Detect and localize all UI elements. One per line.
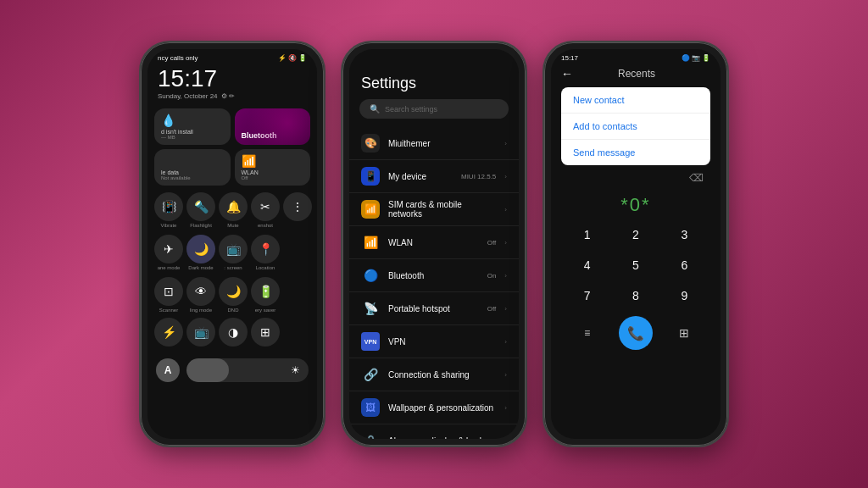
recents-title: Recents xyxy=(580,68,693,80)
grid-icon[interactable]: ⊞ xyxy=(662,326,707,340)
screen-icon: 📺 xyxy=(219,235,248,263)
wallpaper-icon: 🖼 xyxy=(361,398,380,417)
num-2-button[interactable]: 2 xyxy=(613,221,658,248)
call-button[interactable]: 📞 xyxy=(619,316,653,350)
phone-1-screen: ncy calls only ⚡ 🔇 🔋 15:17 Sunday, Octob… xyxy=(147,49,317,439)
p1-mobile-sub: Not available xyxy=(161,175,224,180)
send-message-item[interactable]: Send message xyxy=(561,140,710,165)
vpn-text: VPN xyxy=(388,337,496,347)
battery-icon: 🔋 xyxy=(251,277,280,306)
list-item[interactable]: 🔗 Connection & sharing › xyxy=(349,358,519,391)
wlan-icon: 📶 xyxy=(361,233,380,252)
miuithemer-icon: 🎨 xyxy=(361,134,380,152)
brightness-slider[interactable]: ☀ xyxy=(186,358,309,382)
device-icon: 📱 xyxy=(361,167,380,186)
p1-date: Sunday, October 24 ⚙ ✏ xyxy=(147,92,317,105)
search-placeholder: Search settings xyxy=(385,105,437,114)
num-7-button[interactable]: 7 xyxy=(565,282,609,309)
num-5-button[interactable]: 5 xyxy=(613,252,658,279)
num-4-button[interactable]: 4 xyxy=(565,252,609,279)
darkmode-icon: 🌙 xyxy=(186,235,215,263)
back-button[interactable]: ← xyxy=(561,67,573,80)
p1-bluetooth-tile[interactable]: Bluetooth xyxy=(235,108,311,145)
p1-battery-btn[interactable]: 🔋 ery saver xyxy=(251,277,280,313)
add-to-contacts-item[interactable]: Add to contacts xyxy=(561,114,710,140)
p1-more-btn[interactable]: ⋮ xyxy=(283,192,312,228)
chevron-right-icon: › xyxy=(504,206,507,214)
p1-flashlight-btn[interactable]: 🔦 Flashlight xyxy=(186,192,215,228)
list-item[interactable]: 🎨 Miuithemer › xyxy=(349,127,519,160)
p1-airplane-btn[interactable]: ✈ ane mode xyxy=(154,235,183,270)
num-8-button[interactable]: 8 xyxy=(613,282,658,309)
vpn-icon: VPN xyxy=(361,332,380,351)
p1-vibrate-btn[interactable]: 📳 Vibrate xyxy=(154,192,183,228)
avatar[interactable]: A xyxy=(156,358,180,382)
num-1-button[interactable]: 1 xyxy=(565,221,609,248)
bluetooth-text: Bluetooth xyxy=(388,271,479,280)
p1-mute-btn[interactable]: 🔔 Mute xyxy=(219,192,248,228)
p1-reading-btn[interactable]: 👁 ling mode xyxy=(186,277,215,313)
list-item[interactable]: 📱 My device MIUI 12.5.5 › xyxy=(349,160,519,193)
list-item[interactable]: 📶 WLAN Off › xyxy=(349,226,519,259)
p1-darkmode-btn[interactable]: 🌙 Dark mode xyxy=(186,235,215,270)
search-icon: 🔍 xyxy=(370,104,380,114)
num-3-button[interactable]: 3 xyxy=(662,221,707,248)
p1-icons-row-4: ⚡ 📺 ◑ ⊞ xyxy=(147,316,317,350)
num-6-button[interactable]: 6 xyxy=(662,252,707,279)
power-icon: ⚡ xyxy=(154,318,183,347)
bluetooth-icon: 🔵 xyxy=(361,266,380,285)
p1-dnd-btn[interactable]: 🌙 DND xyxy=(219,277,248,313)
wlan-text: WLAN xyxy=(388,238,479,247)
list-item[interactable]: 🔵 Bluetooth On › xyxy=(349,259,519,292)
dialer-number: *0* xyxy=(551,186,721,221)
p1-app-tile[interactable]: 💧 d isn't install — MB xyxy=(154,108,231,145)
miuithemer-text: Miuithemer xyxy=(388,139,496,148)
sim-icon: 📶 xyxy=(361,200,380,219)
display-icon: 🔒 xyxy=(361,431,380,439)
p1-wlan-label: WLAN xyxy=(242,169,304,175)
dnd-icon: 🌙 xyxy=(219,277,248,306)
p3-status-bar: 15:17 🔵 📷 🔋 xyxy=(551,49,721,64)
new-contact-item[interactable]: New contact xyxy=(561,87,710,114)
p1-status-icons: ⚡ 🔇 🔋 xyxy=(278,54,307,62)
theme-icon: ◑ xyxy=(219,318,248,347)
p1-wlan-tile[interactable]: 📶 WLAN Off xyxy=(235,149,311,186)
hotspot-icon: 📡 xyxy=(361,299,380,318)
p1-power-btn[interactable]: ⚡ xyxy=(154,318,183,347)
list-item[interactable]: 📡 Portable hotspot Off › xyxy=(349,292,519,325)
delete-icon[interactable]: ⌫ xyxy=(689,172,704,184)
p1-mobile-data-tile[interactable]: le data Not available xyxy=(154,149,231,186)
p1-screenshot-btn[interactable]: ✂ enshot xyxy=(251,192,280,228)
expand-icon: ⊞ xyxy=(251,318,280,347)
p1-location-btn[interactable]: 📍 Location xyxy=(251,235,280,270)
list-item[interactable]: 🖼 Wallpaper & personalization › xyxy=(349,391,519,424)
p1-wlan-sub: Off xyxy=(242,175,304,180)
scanner-icon: ⊡ xyxy=(154,277,183,306)
p1-bt-label: Bluetooth xyxy=(242,131,304,140)
p1-app-sub: — MB xyxy=(161,135,224,140)
p1-screen-btn[interactable]: 📺 : screen xyxy=(219,235,248,270)
p1-scanner-btn[interactable]: ⊡ Scanner xyxy=(154,277,183,313)
num-9-button[interactable]: 9 xyxy=(662,282,707,309)
chevron-right-icon: › xyxy=(504,305,507,313)
list-item[interactable]: 📶 SIM cards & mobile networks › xyxy=(349,193,519,226)
phone-3: 15:17 🔵 📷 🔋 ← Recents New contact Add to… xyxy=(542,41,729,447)
p3-header: ← Recents xyxy=(551,64,721,87)
list-item[interactable]: 🔒 Always on display & Lock › xyxy=(349,424,519,439)
p1-time: 15:17 xyxy=(147,64,317,92)
phone-3-screen: 15:17 🔵 📷 🔋 ← Recents New contact Add to… xyxy=(551,49,721,439)
settings-search[interactable]: 🔍 Search settings xyxy=(359,99,509,119)
p1-icons-row-2: ✈ ane mode 🌙 Dark mode 📺 : screen 📍 Loca… xyxy=(147,231,317,274)
p3-status-icons: 🔵 📷 🔋 xyxy=(682,54,710,62)
numpad: 1 2 3 4 5 6 7 8 9 xyxy=(551,221,721,309)
airplane-icon: ✈ xyxy=(154,235,183,263)
list-item[interactable]: VPN VPN › xyxy=(349,325,519,358)
p1-expand-btn[interactable]: ⊞ xyxy=(251,318,280,347)
mute-icon: 🔔 xyxy=(219,192,248,221)
p1-cast-btn[interactable]: 📺 xyxy=(186,318,215,347)
menu-icon[interactable]: ≡ xyxy=(565,327,609,339)
chevron-right-icon: › xyxy=(504,239,507,247)
display-text: Always on display & Lock xyxy=(388,436,496,440)
numpad-row-1: 1 2 3 xyxy=(565,221,707,248)
p1-theme-btn[interactable]: ◑ xyxy=(219,318,248,347)
